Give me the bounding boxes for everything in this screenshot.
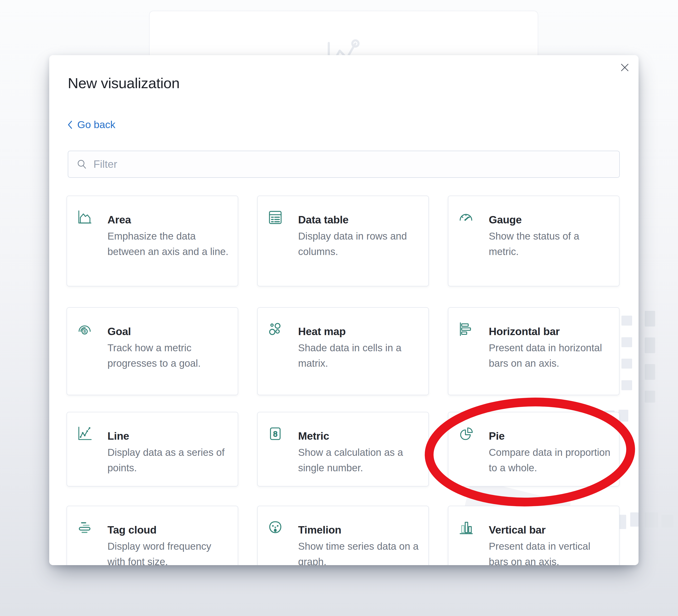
viz-card-title: Goal [108,325,131,338]
search-icon [76,158,88,170]
viz-card-title: Tag cloud [108,524,156,536]
viz-card-area[interactable]: Area Emphasize the data between an axis … [67,196,238,286]
filter-input[interactable] [88,151,619,177]
close-icon [619,62,630,73]
new-visualization-modal: New visualization Go back Area Emphasize… [49,55,639,565]
viz-card-metric[interactable]: 8 Metric Show a calculation as a single … [257,412,429,487]
background-shape [630,512,639,527]
viz-card-description: Present data in vertical bars on an axis… [489,539,611,565]
chevron-left-icon [67,120,73,130]
viz-card-title: Pie [489,430,505,442]
background-shape [645,311,655,326]
viz-card-description: Track how a metric progresses to a goal. [108,340,230,371]
vertical-bar-icon [458,519,474,536]
horizontal-bar-icon [458,321,474,337]
viz-card-title: Line [108,430,129,442]
modal-title: New visualization [68,75,180,91]
viz-card-heat-map[interactable]: Heat map Shade data in cells in a matrix… [257,307,429,395]
viz-card-description: Show a calculation as a single number. [298,445,421,475]
gauge-icon [458,209,474,226]
viz-card-title: Area [108,214,131,226]
data-table-icon [267,209,284,226]
background-shape [622,337,632,347]
filter-field [68,151,620,178]
viz-card-title: Heat map [298,325,346,338]
viz-card-title: Horizontal bar [489,325,560,338]
background-shape [618,410,628,422]
viz-card-title: Gauge [489,214,522,226]
viz-card-title: Timelion [298,524,341,536]
timelion-icon [267,519,284,536]
page: { "modal": { "title": "New visualization… [0,0,678,616]
viz-card-horizontal-bar[interactable]: Horizontal bar Present data in horizonta… [448,307,619,395]
viz-card-description: Compare data in proportion to a whole. [489,445,611,475]
line-icon [77,426,93,442]
viz-card-description: Show time series data on a graph. [298,539,421,565]
background-shape [645,512,658,528]
goal-icon: 8 [77,321,93,337]
viz-card-description: Present data in horizontal bars on an ax… [489,340,611,371]
background-shape [645,338,655,353]
background-shape [622,316,632,325]
viz-card-description: Display data as a series of points. [108,445,230,475]
viz-card-vertical-bar[interactable]: Vertical bar Present data in vertical ba… [448,506,619,565]
viz-card-data-table[interactable]: Data table Display data in rows and colu… [257,196,429,286]
viz-card-title: Vertical bar [489,524,545,536]
viz-card-tag-cloud[interactable]: Tag cloud Display word frequency with fo… [67,506,238,565]
go-back-label: Go back [77,119,115,130]
viz-card-title: Data table [298,214,348,226]
svg-text:8: 8 [273,430,277,438]
viz-card-description: Display word frequency with font size. [108,539,230,565]
viz-card-line[interactable]: Line Display data as a series of points. [67,412,238,487]
viz-card-description: Show the status of a metric. [489,228,611,259]
pie-icon [458,426,474,442]
viz-card-pie[interactable]: Pie Compare data in proportion to a whol… [448,412,619,487]
svg-text:8: 8 [83,329,86,334]
viz-card-description: Shade data in cells in a matrix. [298,340,421,371]
go-back-link[interactable]: Go back [67,119,115,130]
heat-map-icon [267,321,284,337]
tag-cloud-icon [77,519,93,536]
viz-card-goal[interactable]: 8 Goal Track how a metric progresses to … [67,307,238,395]
viz-card-timelion[interactable]: Timelion Show time series data on a grap… [257,506,429,565]
viz-card-title: Metric [298,430,329,442]
metric-icon: 8 [267,426,284,442]
background-shape [645,391,655,402]
close-button[interactable] [618,61,631,74]
viz-card-description: Emphasize the data between an axis and a… [108,228,230,259]
background-shape [622,359,632,369]
background-shape [622,380,632,390]
viz-card-description: Display data in rows and columns. [298,228,421,259]
viz-card-gauge[interactable]: Gauge Show the status of a metric. [448,196,619,286]
background-shape [662,515,673,528]
area-icon [77,209,93,226]
background-shape [645,364,655,380]
